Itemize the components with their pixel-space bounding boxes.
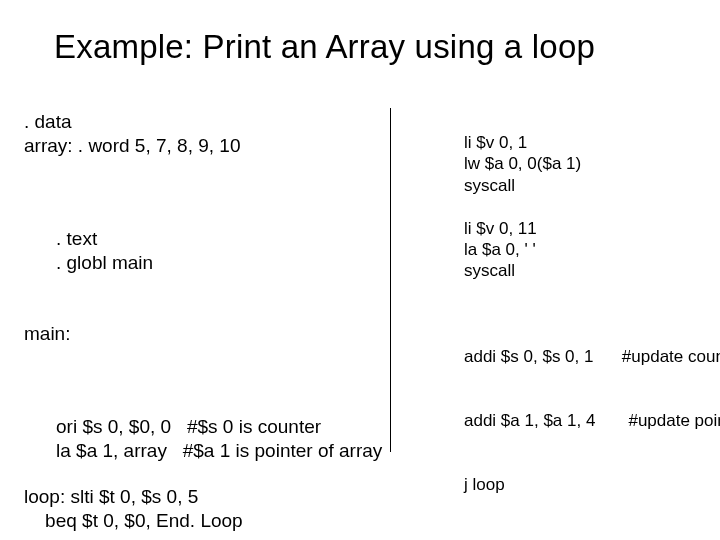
code-print-int: li $v 0, 1 lw $a 0, 0($a 1) syscall xyxy=(420,132,700,196)
code-data-section: . data array: . word 5, 7, 8, 9, 10 xyxy=(24,110,384,158)
main-label: main: xyxy=(24,322,384,346)
code-loop-head: loop: slti $t 0, $s 0, 5 beq $t 0, $0, E… xyxy=(24,485,384,533)
line-addi-a1: addi $a 1, $a 1, 4 #update pointer xyxy=(420,410,700,431)
text-globl: . text . globl main xyxy=(24,227,384,275)
right-column: li $v 0, 1 lw $a 0, 0($a 1) syscall li $… xyxy=(420,132,700,540)
code-text-section: . text . globl main main: xyxy=(24,180,384,394)
line-addi-s0: addi $s 0, $s 0, 1 #update counter xyxy=(420,346,700,367)
slide: Example: Print an Array using a loop . d… xyxy=(0,0,720,540)
column-divider xyxy=(390,108,391,452)
left-column: . data array: . word 5, 7, 8, 9, 10 . te… xyxy=(24,110,384,540)
slide-title: Example: Print an Array using a loop xyxy=(54,28,700,66)
line-jloop: j loop xyxy=(420,474,700,495)
code-print-space: li $v 0, 11 la $a 0, ' ' syscall xyxy=(420,218,700,282)
code-loop-tail: addi $s 0, $s 0, 1 #update counter addi … xyxy=(420,304,700,541)
code-init: ori $s 0, $0, 0 #$s 0 is counter la $a 1… xyxy=(24,415,384,463)
